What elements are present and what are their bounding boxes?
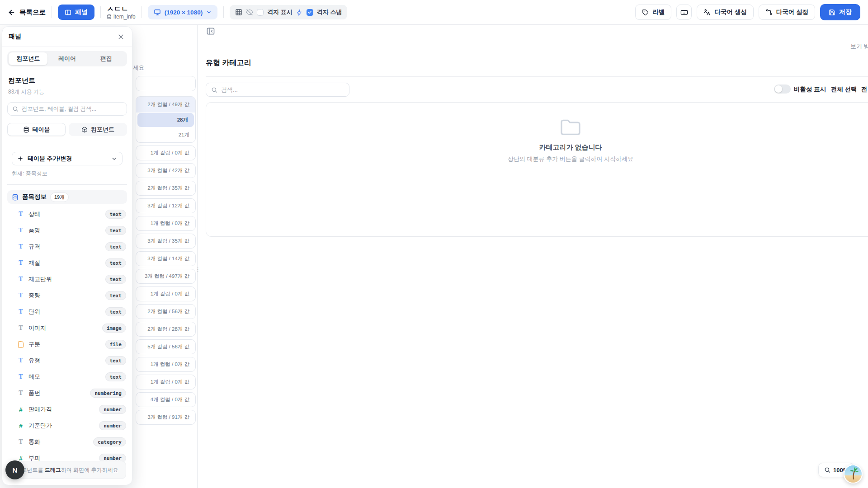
field-row[interactable]: 통화 category xyxy=(7,434,127,450)
collapse-sidebar-icon[interactable] xyxy=(206,26,216,36)
field-row[interactable]: 판매가격 number xyxy=(7,401,127,418)
table-card[interactable]: 4개 컬럼 / 0개 값 xyxy=(136,392,196,407)
panel-toggle-button[interactable]: 패널 xyxy=(58,5,94,20)
chevron-down-icon xyxy=(111,156,117,162)
source-table-name: item_info xyxy=(113,14,136,19)
table-card[interactable]: 1개 컬럼 / 0개 값 xyxy=(136,375,196,389)
field-type-badge: text xyxy=(105,372,127,381)
arrow-left-icon xyxy=(8,9,15,16)
tag-icon xyxy=(642,9,649,16)
field-row[interactable]: 규격 text xyxy=(7,239,127,255)
label-button[interactable]: 라벨 xyxy=(635,5,671,20)
empty-state-subtitle: 상단의 대분류 추가 버튼을 클릭하여 시작하세요 xyxy=(508,155,633,163)
table-card-child[interactable]: 21개 xyxy=(136,127,195,142)
field-row[interactable]: 기준단가 number xyxy=(7,418,127,434)
grid-show-checkbox[interactable] xyxy=(257,9,264,16)
table-card-selected[interactable]: 2개 컬럼 / 49개 값 28개 21개 xyxy=(136,96,196,143)
field-row[interactable]: 단위 text xyxy=(7,304,127,320)
magnifier-icon xyxy=(824,467,830,473)
component-search-input[interactable] xyxy=(22,106,122,112)
table-card[interactable]: 5개 컬럼 / 56개 값 xyxy=(136,339,196,354)
field-type-badge: text xyxy=(105,275,127,284)
select-all-button[interactable]: 전체 선택 xyxy=(831,85,857,94)
field-name: 규격 xyxy=(28,243,40,251)
field-row[interactable]: 구분 file xyxy=(7,336,127,352)
clipped-action-button[interactable]: 전 xyxy=(861,85,868,94)
chevron-down-icon xyxy=(206,9,212,15)
resolution-dropdown[interactable]: (868 × 488) xyxy=(148,5,217,19)
back-label: 목록으로 xyxy=(19,8,46,17)
field-row[interactable]: 상태 text xyxy=(7,206,127,222)
table-card-child[interactable]: 28개 xyxy=(137,113,194,127)
field-row[interactable]: 품명 text xyxy=(7,222,127,239)
field-name: 재고단위 xyxy=(28,275,52,283)
component-search[interactable] xyxy=(7,102,127,116)
i18n-generate-button[interactable]: 다국어 생성 xyxy=(697,5,753,20)
toolbar-divider xyxy=(52,6,52,18)
table-card[interactable]: 3개 컬럼 / 91개 값 xyxy=(136,410,196,425)
label-button-label: 라벨 xyxy=(652,8,665,16)
add-table-dropdown[interactable]: 테이블 추가/변경 xyxy=(12,152,123,165)
field-row[interactable]: 메모 text xyxy=(7,369,127,385)
table-card-meta: 3개 컬럼 / 91개 값 xyxy=(136,410,195,424)
tab-components[interactable]: 컴포넌트 xyxy=(9,52,47,65)
field-type-icon xyxy=(17,341,25,348)
table-card-meta: 3개 컬럼 / 497개 값 xyxy=(136,269,195,283)
table-card-meta: 1개 컬럼 / 0개 값 xyxy=(136,146,195,160)
table-list-search-input[interactable] xyxy=(136,76,196,91)
search-icon xyxy=(12,106,19,112)
field-row[interactable]: 재질 text xyxy=(7,255,127,271)
view-mode-label[interactable]: 보기 방식 xyxy=(850,42,868,51)
island-theme-icon[interactable] xyxy=(844,465,863,483)
field-name: 상태 xyxy=(28,210,40,218)
field-row[interactable]: 품번 numbering xyxy=(7,385,127,401)
table-group-header[interactable]: 품목정보 19개 xyxy=(7,190,127,204)
field-row[interactable]: 이미지 image xyxy=(7,320,127,336)
table-card-meta: 3개 컬럼 / 14개 값 xyxy=(136,252,195,266)
table-card[interactable]: 2개 컬럼 / 28개 값 xyxy=(136,322,196,337)
show-inactive-toggle[interactable] xyxy=(774,84,791,94)
field-type-badge: text xyxy=(105,291,127,300)
table-card[interactable]: 1개 컬럼 / 0개 값 xyxy=(136,216,196,231)
divider xyxy=(7,184,127,185)
table-card[interactable]: 2개 컬럼 / 35개 값 xyxy=(136,181,196,196)
grid-snap-checkbox[interactable] xyxy=(307,9,313,16)
source-tab-table[interactable]: 테이블 xyxy=(7,123,66,136)
source-tab-component[interactable]: 컴포넌트 xyxy=(69,123,127,136)
table-card[interactable]: 3개 컬럼 / 14개 값 xyxy=(136,251,196,266)
folder-icon xyxy=(560,118,581,136)
table-card[interactable]: 1개 컬럼 / 0개 값 xyxy=(136,357,196,372)
category-search[interactable] xyxy=(206,83,349,97)
column-resize-handle[interactable]: ⋮ xyxy=(195,265,200,275)
panel-title: 패널 xyxy=(9,33,21,41)
field-row[interactable]: 유형 text xyxy=(7,352,127,369)
category-search-input[interactable] xyxy=(221,86,344,93)
table-card-meta: 1개 컬럼 / 0개 값 xyxy=(136,375,195,389)
field-type-badge: text xyxy=(105,356,127,365)
back-button[interactable]: 목록으로 xyxy=(8,8,46,17)
table-card[interactable]: 3개 컬럼 / 497개 값 xyxy=(136,269,196,284)
table-group-name: 품목정보 xyxy=(22,193,47,201)
shortcut-keyboard-button[interactable] xyxy=(676,5,692,20)
i18n-settings-button[interactable]: 다국어 설정 xyxy=(759,5,815,20)
components-available-count: 83개 사용 가능 xyxy=(8,88,126,96)
table-card[interactable]: 2개 컬럼 / 56개 값 xyxy=(136,304,196,319)
table-card[interactable]: 3개 컬럼 / 35개 값 xyxy=(136,234,196,249)
close-icon[interactable] xyxy=(116,32,126,42)
table-card-meta: 3개 컬럼 / 35개 값 xyxy=(136,234,195,248)
field-row[interactable]: 중량 text xyxy=(7,287,127,304)
field-name: 품번 xyxy=(28,389,40,397)
tab-layers[interactable]: 레이어 xyxy=(47,52,86,65)
field-type-icon xyxy=(17,357,25,364)
tab-edit[interactable]: 편집 xyxy=(87,52,126,65)
table-card[interactable]: 1개 컬럼 / 0개 값 xyxy=(136,145,196,160)
save-button[interactable]: 저장 xyxy=(820,4,860,20)
field-row[interactable]: 재고단위 text xyxy=(7,271,127,287)
field-name: 유형 xyxy=(28,357,40,365)
table-card[interactable]: 3개 컬럼 / 12개 값 xyxy=(136,198,196,213)
table-card[interactable]: 1개 컬럼 / 0개 값 xyxy=(136,286,196,301)
table-card-meta[interactable]: 2개 컬럼 / 49개 값 xyxy=(136,97,195,113)
table-card[interactable]: 3개 컬럼 / 42개 값 xyxy=(136,163,196,178)
save-icon xyxy=(829,9,835,16)
eye-off-icon[interactable] xyxy=(246,9,253,16)
